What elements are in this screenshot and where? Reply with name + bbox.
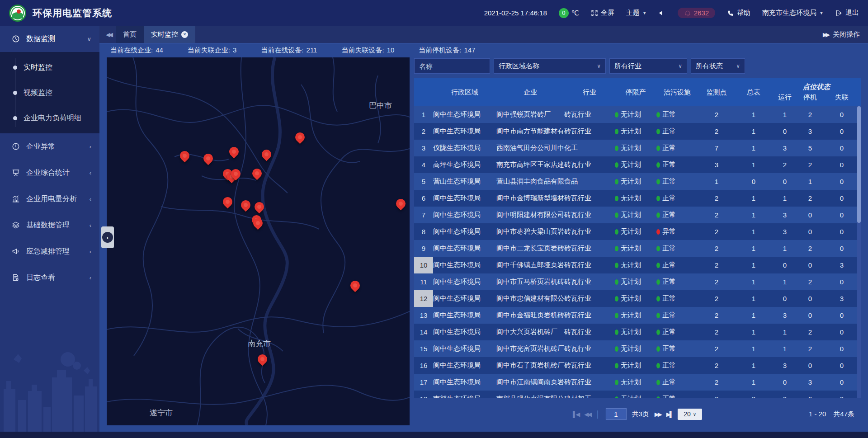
sidebar-item-base-data-management[interactable]: 基础数据管理 ‹ [0,212,99,238]
table-row[interactable]: 2阆中生态环境局阆中市南方节能建材有砖瓦行业无计划正常21030 [414,123,861,140]
status-dot-icon [656,146,660,151]
cell-region: 阆中生态环境局 [433,273,496,290]
sidebar-item-enterprise-abnormal[interactable]: 企业异常 ‹ [0,133,99,160]
cell-run: 1 [772,106,797,123]
chevron-down-icon: ∨ [87,36,91,42]
map[interactable]: ‹ 巴中市南充市遂宁市 [107,57,410,425]
table-row[interactable]: 6阆中生态环境局阆中市金博瑞新型墙材砖瓦行业无计划正常21120 [414,190,861,207]
cell-limit-status: 无计划 [615,123,656,140]
sidebar-item-power-load-detail[interactable]: 企业电力负荷明细 [0,105,99,131]
clock-icon [12,35,20,43]
tabs-scroll-left-button[interactable]: ◀◀ [99,26,116,43]
org-dropdown[interactable]: 南充市生态环境局▼ [762,9,824,17]
help-button[interactable]: 帮助 [727,9,750,17]
cell-points: 1 [698,173,735,190]
row-number: 8 [414,223,433,240]
table-row[interactable]: 10阆中生态环境局阆中千佛镇五郎垭页岩砖瓦行业无计划正常21003 [414,257,861,273]
region-select[interactable]: 行政区域名称 ∨ [494,58,606,74]
cell-points: 6 [698,391,735,398]
table-row[interactable]: 17阆中生态环境局阆中市江南镇阆南页岩砖瓦行业无计划正常21030 [414,374,861,391]
cell-limit-status: 无计划 [615,307,656,324]
table-row[interactable]: 3仪陇生态环境局西南油气田分公司川中化工无计划正常71350 [414,140,861,156]
pagination: ▌◀ ◀◀ │ 共3页 ▶▶ ▶▌ 20 ∨ [414,405,861,424]
sidebar-item-log-view[interactable]: 日志查看 ‹ [0,264,99,291]
datetime: 2021-02-25 17:46:18 [484,9,547,17]
page-input[interactable] [606,408,627,420]
cell-region: 阆中生态环境局 [433,123,496,140]
tab-home[interactable]: 首页 [116,26,144,43]
chevron-down-icon: ▼ [819,10,824,15]
chevron-left-icon: ‹ [90,196,91,203]
scrollbar[interactable] [857,106,861,398]
cell-lost: 3 [823,290,861,307]
cell-run: 0 [772,173,797,190]
cell-region: 营山生态环境局 [433,173,496,190]
table-row[interactable]: 15阆中生态环境局阆中市光富页岩机砖厂砖瓦行业无计划正常21120 [414,340,861,357]
last-page-button[interactable]: ▶▌ [666,411,672,418]
row-number: 1 [414,106,433,123]
first-page-button[interactable]: ▌◀ [573,411,579,418]
table-row[interactable]: 14阆中生态环境局阆中大兴页岩机砖厂砖瓦行业无计划正常21120 [414,324,861,340]
table-row[interactable]: 1阆中生态环境局阆中强锐页岩砖厂砖瓦行业无计划正常21120 [414,106,861,123]
sidebar-item-data-monitoring[interactable]: 数据监测 ∨ [0,26,99,52]
app-title: 环保用电监管系统 [33,7,112,19]
cell-lost: 0 [823,223,861,240]
cell-company: 阆中千佛镇五郎垭页岩 [496,257,564,273]
status-dot-icon [656,380,660,385]
cell-facility-status: 正常 [656,123,698,140]
status-dot-icon [615,212,618,218]
cell-company: 阆中强锐页岩砖厂 [496,106,564,123]
cell-limit-status: 无计划 [615,207,656,223]
sidebar-item-emergency-reduction[interactable]: 应急减排管理 ‹ [0,238,99,264]
table-row[interactable]: 4高坪生态环境局南充市高坪区王家店建砖瓦行业无计划正常31220 [414,156,861,173]
table-row[interactable]: 16阆中生态环境局阆中市石子页岩机砖厂砖瓦行业无计划正常21300 [414,357,861,374]
close-operations-button[interactable]: 关闭操作 [833,30,860,39]
cell-run: 3 [772,307,797,324]
table-row[interactable]: 5营山生态环境局营山县润丰肉食品有限食品无计划正常10010 [414,173,861,190]
fullscreen-button[interactable]: 全屏 [591,9,614,17]
sidebar-collapse-handle[interactable]: ‹ [101,226,114,248]
table-row[interactable]: 18南部生态环境局南部县砚化水泥有限公建材加工无计划正常60060 [414,391,861,398]
status-select[interactable]: 所有状态 ∨ [691,58,745,74]
cell-lost: 0 [823,324,861,340]
cell-industry: 砖瓦行业 [564,374,615,391]
bullet-dot-icon [13,66,17,70]
stat-online-enterprises: 当前在线企业:44 [110,46,163,55]
sidebar-item-video-monitoring[interactable]: 视频监控 [0,80,99,105]
status-dot-icon [656,296,660,301]
cell-company: 阆中大兴页岩机砖厂 [496,324,564,340]
tab-realtime-monitoring[interactable]: 实时监控 ✕ [144,26,195,43]
theme-dropdown[interactable]: 主题▼ [626,9,647,17]
table-row[interactable]: 9阆中生态环境局阆中市二龙长宝页岩砖砖瓦行业无计划正常21120 [414,240,861,257]
prev-page-button[interactable]: ◀◀ [584,411,590,418]
close-tab-icon[interactable]: ✕ [181,31,188,38]
sidebar-item-realtime-monitoring[interactable]: 实时监控 [0,55,99,80]
table-row[interactable]: 7阆中生态环境局阆中明阳建材有限公司砖瓦行业无计划正常21300 [414,207,861,223]
mute-button[interactable] [659,9,666,17]
table-row[interactable]: 11阆中生态环境局阆中市五马桥页岩机砖砖瓦行业无计划正常21120 [414,273,861,290]
page-size-select[interactable]: 20 ∨ [678,409,702,420]
industry-select[interactable]: 所有行业 ∨ [609,58,687,74]
cell-facility-status: 正常 [656,324,698,340]
sidebar-item-power-usage-analysis[interactable]: 企业用电量分析 ‹ [0,186,99,212]
sidebar-item-enterprise-statistics[interactable]: 企业综合统计 ‹ [0,160,99,186]
table-row[interactable]: 12阆中生态环境局阆中市忠信建材有限公砖瓦行业无计划正常21003 [414,290,861,307]
table-row[interactable]: 8阆中生态环境局阆中市枣碧大梁山页岩砖瓦行业无计划异常21300 [414,223,861,240]
cell-region: 阆中生态环境局 [433,374,496,391]
notification-badge[interactable]: 2632 [678,8,715,18]
cell-limit-status: 无计划 [615,240,656,257]
cell-meters: 1 [735,290,772,307]
next-page-button[interactable]: ▶▶ [655,411,661,418]
logout-button[interactable]: 退出 [835,9,859,17]
cell-limit-status: 无计划 [615,223,656,240]
row-number: 2 [414,123,433,140]
map-city-label: 南充市 [248,339,271,349]
name-search-input[interactable] [414,58,490,74]
table-row[interactable]: 13阆中生态环境局阆中市金福旺页岩机砖砖瓦行业无计划正常21300 [414,307,861,324]
tabs-scroll-right-button[interactable]: ▶▶ [823,31,828,38]
cell-facility-status: 正常 [656,307,698,324]
cell-lost: 0 [823,340,861,357]
workspace: ‹ 巴中市南充市遂宁市 行政区域名称 ∨ 所有行业 ∨ [99,57,868,432]
cell-lost: 0 [823,391,861,398]
cell-stop: 6 [797,391,823,398]
